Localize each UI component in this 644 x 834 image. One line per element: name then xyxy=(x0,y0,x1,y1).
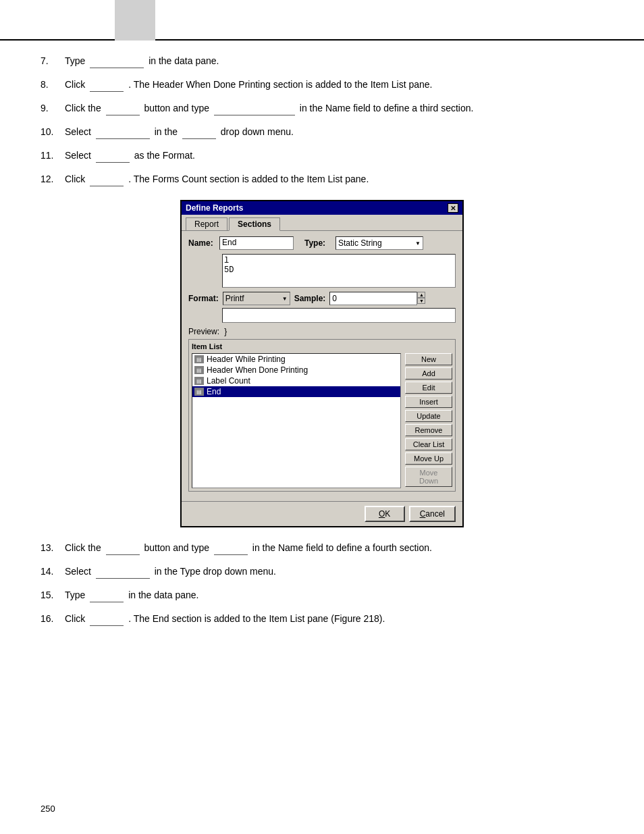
sample-spinners: ▲ ▼ xyxy=(417,292,425,305)
step-15-num: 15. xyxy=(41,588,65,602)
edit-button[interactable]: Edit xyxy=(405,382,452,394)
item-label-1: Header When Done Printing xyxy=(207,365,308,375)
step-7-num: 7. xyxy=(41,54,65,68)
step-11-num: 11. xyxy=(41,149,65,163)
item-list-buttons: New Add Edit Insert Update Remove Clear … xyxy=(405,353,452,488)
data-line-1: l xyxy=(224,256,454,265)
step-10-text: Select in the drop down menu. xyxy=(65,125,603,139)
format-dropdown-arrow: ▼ xyxy=(282,296,288,302)
data-pane[interactable]: l 5D xyxy=(222,254,456,288)
step-9-num: 9. xyxy=(41,101,65,115)
step-7-text: Type in the data pane. xyxy=(65,54,603,68)
tab-report[interactable]: Report xyxy=(186,217,227,230)
item-list-box[interactable]: ▤ Header While Printing ▤ Header When Do… xyxy=(192,353,401,488)
step-15-text: Type in the data pane. xyxy=(65,588,603,602)
step-8-num: 8. xyxy=(41,78,65,92)
dialog-close-button[interactable]: ✕ xyxy=(448,203,458,213)
define-reports-dialog: Define Reports ✕ Report Sections Name: E… xyxy=(180,200,464,527)
format-row: Format: Printf ▼ Sample: 0 ▲ ▼ xyxy=(188,292,456,305)
name-label: Name: xyxy=(188,238,215,248)
type-dropdown[interactable]: Static String ▼ xyxy=(336,236,423,250)
type-dropdown-arrow: ▼ xyxy=(415,240,421,246)
ok-underline: O xyxy=(379,509,385,519)
sample-input[interactable]: 0 xyxy=(329,292,417,305)
sample-label: Sample: xyxy=(294,294,326,303)
preview-row: Preview: } xyxy=(188,327,456,336)
item-list-container: ▤ Header While Printing ▤ Header When Do… xyxy=(192,353,452,488)
step-10: 10. Select in the drop down menu. xyxy=(41,125,603,139)
name-type-row: Name: End Type: Static String ▼ xyxy=(188,236,456,250)
step-8-text: Click . The Header When Done Printing se… xyxy=(65,78,603,92)
list-item-selected[interactable]: ▤ End xyxy=(192,386,400,397)
update-button[interactable]: Update xyxy=(405,410,452,422)
step-10-num: 10. xyxy=(41,125,65,139)
item-icon-2: ▤ xyxy=(194,377,204,385)
step-12-text: Click . The Forms Count section is added… xyxy=(65,172,603,186)
step-15: 15. Type in the data pane. xyxy=(41,588,603,602)
item-icon-0: ▤ xyxy=(194,355,204,363)
spinner-up[interactable]: ▲ xyxy=(417,292,425,298)
step-16: 16. Click . The End section is added to … xyxy=(41,612,603,626)
page-number: 250 xyxy=(41,804,55,814)
cancel-underline: C xyxy=(420,509,426,519)
steps-below: 13. Click the button and type in the Nam… xyxy=(41,541,603,626)
format-dropdown[interactable]: Printf ▼ xyxy=(223,292,290,305)
step-16-text: Click . The End section is added to the … xyxy=(65,612,603,626)
main-content: 7. Type in the data pane. 8. Click . The… xyxy=(41,54,603,635)
step-16-num: 16. xyxy=(41,612,65,626)
preview-value: } xyxy=(224,327,227,336)
list-item[interactable]: ▤ Header While Printing xyxy=(192,354,400,365)
ok-button[interactable]: OK xyxy=(365,506,405,522)
list-item[interactable]: ▤ Label Count xyxy=(192,375,400,386)
item-label-2: Label Count xyxy=(207,376,250,386)
clear-list-button[interactable]: Clear List xyxy=(405,438,452,450)
item-list-section: Item List ▤ Header While Printing ▤ Head… xyxy=(188,339,456,492)
step-11-text: Select as the Format. xyxy=(65,149,603,163)
remove-button[interactable]: Remove xyxy=(405,424,452,436)
preview-label: Preview: xyxy=(188,327,219,336)
dialog-footer: OK Cancel xyxy=(182,501,462,526)
step-8: 8. Click . The Header When Done Printing… xyxy=(41,78,603,92)
step-11: 11. Select as the Format. xyxy=(41,149,603,163)
dialog-body: Name: End Type: Static String ▼ l 5D For… xyxy=(182,231,462,501)
data-line-2: 5D xyxy=(224,265,454,275)
top-bar xyxy=(0,0,644,41)
step-9-text: Click the button and type in the Name fi… xyxy=(65,101,603,115)
spinner-down[interactable]: ▼ xyxy=(417,298,425,304)
add-button[interactable]: Add xyxy=(405,367,452,380)
name-input[interactable]: End xyxy=(219,236,294,250)
cancel-button[interactable]: Cancel xyxy=(409,506,456,522)
item-icon-1: ▤ xyxy=(194,366,204,374)
move-down-button[interactable]: Move Down xyxy=(405,467,452,487)
move-up-button[interactable]: Move Up xyxy=(405,452,452,465)
format-label: Format: xyxy=(188,294,219,303)
list-item[interactable]: ▤ Header When Done Printing xyxy=(192,365,400,375)
item-list-label: Item List xyxy=(192,342,452,350)
step-7: 7. Type in the data pane. xyxy=(41,54,603,68)
insert-button[interactable]: Insert xyxy=(405,396,452,408)
step-13-num: 13. xyxy=(41,541,65,555)
step-9: 9. Click the button and type in the Name… xyxy=(41,101,603,115)
item-label-3: End xyxy=(207,387,221,396)
item-icon-3: ▤ xyxy=(194,388,204,396)
new-button[interactable]: New xyxy=(405,353,452,365)
step-12: 12. Click . The Forms Count section is a… xyxy=(41,172,603,186)
type-label: Type: xyxy=(304,238,331,248)
dialog-tabs: Report Sections xyxy=(182,215,462,231)
step-12-num: 12. xyxy=(41,172,65,186)
cancel-rest: ancel xyxy=(425,509,445,519)
item-label-0: Header While Printing xyxy=(207,355,286,364)
extra-preview-box xyxy=(222,308,456,323)
tab-sections[interactable]: Sections xyxy=(229,217,280,231)
dialog-title: Define Reports xyxy=(186,203,243,213)
step-13-text: Click the button and type in the Name fi… xyxy=(65,541,603,555)
step-14: 14. Select in the Type drop down menu. xyxy=(41,565,603,579)
dialog-title-bar: Define Reports ✕ xyxy=(182,201,462,215)
step-14-text: Select in the Type drop down menu. xyxy=(65,565,603,579)
top-bar-accent xyxy=(115,0,155,41)
step-13: 13. Click the button and type in the Nam… xyxy=(41,541,603,555)
ok-rest: K xyxy=(385,509,390,519)
step-14-num: 14. xyxy=(41,565,65,579)
